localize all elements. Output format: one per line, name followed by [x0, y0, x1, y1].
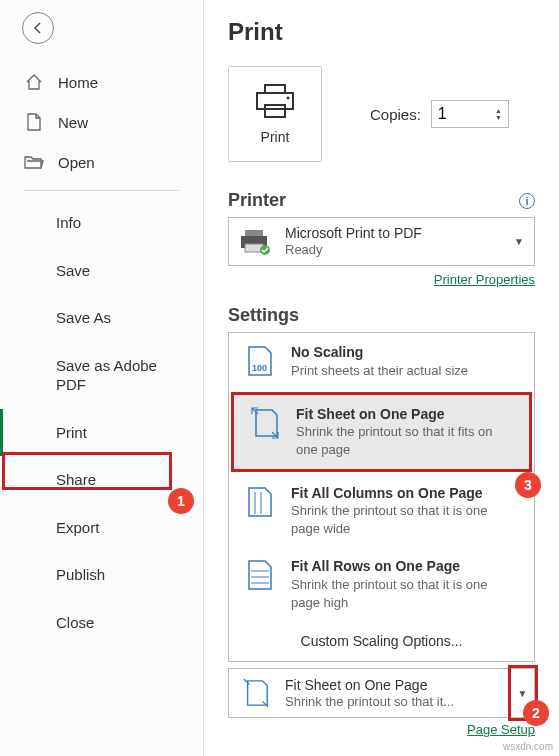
scaling-selected-title: Fit Sheet on One Page: [285, 676, 506, 694]
custom-scaling-link[interactable]: Custom Scaling Options...: [229, 621, 534, 661]
copies-input[interactable]: 1 ▲▼: [431, 100, 509, 128]
nav-home-label: Home: [58, 74, 98, 91]
printer-section-title: Printer: [228, 190, 286, 211]
printer-dropdown[interactable]: Microsoft Print to PDF Ready ▼: [228, 217, 535, 266]
nav-new-label: New: [58, 114, 88, 131]
option-sub: Shrink the printout so that it is one pa…: [291, 502, 520, 537]
nav-home[interactable]: Home: [0, 62, 203, 102]
sidebar: Home New Open Info Save Save As Save as …: [0, 0, 204, 756]
settings-section-header: Settings: [228, 305, 535, 326]
spin-up-icon[interactable]: ▲: [495, 107, 502, 114]
option-fit-rows[interactable]: Fit All Rows on One Page Shrink the prin…: [229, 547, 534, 621]
watermark: wsxdn.com: [503, 741, 553, 752]
sub-publish[interactable]: Publish: [0, 551, 203, 599]
option-title: Fit Sheet on One Page: [296, 405, 515, 424]
nav-open-label: Open: [58, 154, 95, 171]
nav-open[interactable]: Open: [0, 142, 203, 182]
no-scaling-icon: 100: [243, 343, 277, 379]
sub-save-as[interactable]: Save As: [0, 294, 203, 342]
svg-text:100: 100: [252, 363, 267, 373]
back-button[interactable]: [22, 12, 54, 44]
option-sub: Shrink the printout so that it is one pa…: [291, 576, 520, 611]
copies-label: Copies:: [370, 106, 421, 123]
chevron-down-icon: ▼: [518, 688, 528, 699]
sub-info[interactable]: Info: [0, 199, 203, 247]
sidebar-divider: [24, 190, 179, 191]
chevron-down-icon: ▼: [514, 236, 524, 247]
open-folder-icon: [24, 152, 44, 172]
printer-name: Microsoft Print to PDF: [285, 224, 502, 242]
home-icon: [24, 72, 44, 92]
scaling-selected-sub: Shrink the printout so that it...: [285, 694, 506, 711]
option-fit-columns[interactable]: Fit All Columns on One Page Shrink the p…: [229, 474, 534, 548]
copies-group: Copies: 1 ▲▼: [370, 100, 509, 128]
print-button-label: Print: [261, 129, 290, 145]
annotation-badge-3: 3: [515, 472, 541, 498]
option-sub: Shrink the printout so that it fits on o…: [296, 423, 515, 458]
option-sub: Print sheets at their actual size: [291, 362, 520, 380]
option-title: Fit All Rows on One Page: [291, 557, 520, 576]
scaling-dropdown[interactable]: Fit Sheet on One Page Shrink the printou…: [228, 668, 511, 718]
option-fit-sheet[interactable]: Fit Sheet on One Page Shrink the printou…: [231, 392, 532, 472]
nav-new[interactable]: New: [0, 102, 203, 142]
sub-save[interactable]: Save: [0, 247, 203, 295]
printer-status-icon: [239, 228, 273, 256]
svg-rect-5: [245, 230, 263, 236]
info-icon[interactable]: i: [519, 193, 535, 209]
settings-section-title: Settings: [228, 305, 299, 326]
fit-rows-icon: [243, 557, 277, 593]
svg-rect-1: [257, 93, 293, 109]
main-content: Print Print Copies: 1 ▲▼ Printer i Micro…: [204, 0, 559, 756]
page-setup-link[interactable]: Page Setup: [228, 722, 535, 737]
print-button[interactable]: Print: [228, 66, 322, 162]
option-title: No Scaling: [291, 343, 520, 362]
printer-properties-link[interactable]: Printer Properties: [228, 272, 535, 287]
copies-value: 1: [438, 105, 447, 123]
svg-rect-0: [265, 85, 285, 93]
arrow-left-icon: [31, 21, 45, 35]
copies-spinner[interactable]: ▲▼: [495, 107, 502, 121]
spin-down-icon[interactable]: ▼: [495, 114, 502, 121]
svg-rect-2: [265, 105, 285, 117]
option-title: Fit All Columns on One Page: [291, 484, 520, 503]
fit-columns-icon: [243, 484, 277, 520]
annotation-badge-2: 2: [523, 700, 549, 726]
new-doc-icon: [24, 112, 44, 132]
svg-point-3: [287, 97, 290, 100]
printer-status: Ready: [285, 242, 502, 259]
sub-close[interactable]: Close: [0, 599, 203, 647]
scaling-dropdown-row: Fit Sheet on One Page Shrink the printou…: [228, 668, 535, 718]
option-no-scaling[interactable]: 100 No Scaling Print sheets at their act…: [229, 333, 534, 389]
scaling-options-panel: 100 No Scaling Print sheets at their act…: [228, 332, 535, 662]
sub-save-adobe-pdf[interactable]: Save as Adobe PDF: [0, 342, 203, 409]
print-top-row: Print Copies: 1 ▲▼: [228, 66, 535, 162]
annotation-badge-1: 1: [168, 488, 194, 514]
printer-icon: [253, 83, 297, 121]
sub-print[interactable]: Print: [0, 409, 203, 457]
fit-sheet-icon: [248, 405, 282, 441]
page-title: Print: [228, 18, 535, 46]
fit-sheet-icon: [239, 675, 273, 711]
printer-section-header: Printer i: [228, 190, 535, 211]
